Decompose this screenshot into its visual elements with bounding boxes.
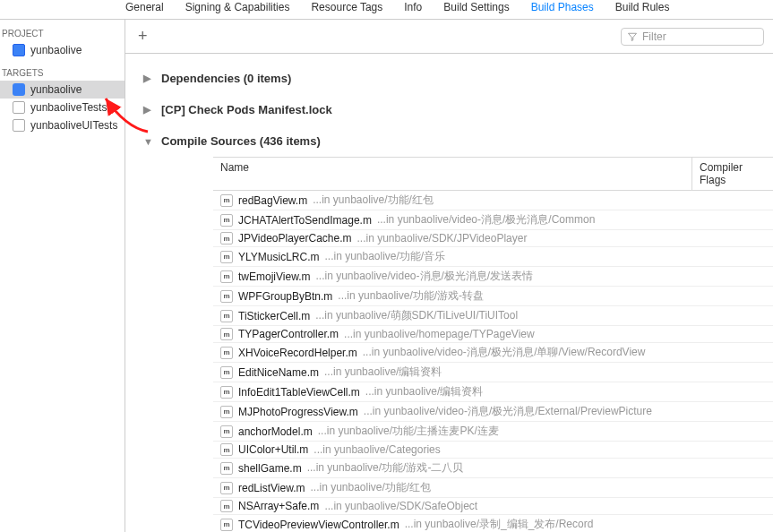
tab-build-rules[interactable]: Build Rules: [615, 1, 670, 13]
file-row[interactable]: mTYPagerController.m ...in yunbaolive/ho…: [213, 326, 773, 343]
file-name: YLYMusicLRC.m: [238, 251, 319, 263]
file-row[interactable]: mUIColor+Util.m ...in yunbaolive/Categor…: [213, 442, 773, 459]
file-row[interactable]: mWPFGroupByBtn.m ...in yunbaolive/功能/游戏-…: [213, 287, 773, 306]
tab-build-phases[interactable]: Build Phases: [531, 1, 594, 13]
filter-icon: [627, 31, 638, 42]
objc-file-icon: m: [220, 443, 233, 456]
objc-file-icon: m: [220, 310, 233, 322]
filter-placeholder: Filter: [642, 30, 666, 43]
file-path: ...in yunbaolive/功能/主播连麦PK/连麦: [318, 424, 499, 439]
file-name: TYPagerController.m: [238, 328, 339, 340]
filter-input[interactable]: Filter: [621, 28, 764, 46]
file-path: ...in yunbaolive/功能/游戏-转盘: [338, 288, 484, 304]
target-item-yunbaolive[interactable]: yunbaolive: [0, 81, 125, 99]
targets-section-label: TARGETS: [0, 64, 125, 81]
file-row[interactable]: mYLYMusicLRC.m ...in yunbaolive/功能/音乐: [213, 247, 773, 267]
objc-file-icon: m: [220, 251, 233, 263]
project-item[interactable]: yunbaolive: [0, 41, 125, 59]
file-path: ...in yunbaolive/功能/红包: [310, 480, 431, 495]
file-name: twEmojiView.m: [238, 270, 310, 283]
file-row[interactable]: mTCVideoPreviewViewController.m ...in yu…: [213, 515, 773, 532]
objc-file-icon: m: [220, 386, 233, 399]
file-row[interactable]: mJPVideoPlayerCache.m ...in yunbaolive/S…: [213, 230, 773, 247]
file-name: JCHATAlertToSendImage.m: [238, 214, 372, 227]
file-row[interactable]: mredListView.m ...in yunbaolive/功能/红包: [213, 478, 773, 498]
file-path: ...in yunbaolive/功能/红包: [313, 193, 434, 208]
file-row[interactable]: manchorModel.m ...in yunbaolive/功能/主播连麦P…: [213, 422, 773, 442]
project-section-label: PROJECT: [0, 25, 125, 41]
tab-general[interactable]: General: [125, 1, 164, 13]
file-row[interactable]: mNSArray+Safe.m ...in yunbaolive/SDK/Saf…: [213, 498, 773, 515]
file-row[interactable]: mJCHATAlertToSendImage.m ...in yunbaoliv…: [213, 210, 773, 230]
file-name: TCVideoPreviewViewController.m: [238, 519, 399, 531]
target-item-tests[interactable]: yunbaoliveTests: [0, 99, 125, 116]
tab-build-settings[interactable]: Build Settings: [443, 1, 509, 13]
target-label: yunbaoliveTests: [30, 101, 107, 114]
file-name: shellGame.m: [238, 462, 302, 475]
file-name: WPFGroupByBtn.m: [238, 290, 332, 303]
phase-compile-sources[interactable]: ▼ Compile Sources (436 items): [143, 125, 766, 157]
content-header: + Filter: [125, 20, 773, 54]
tab-info[interactable]: Info: [404, 1, 422, 13]
build-phases-list: ▶ Dependencies (0 items) ▶ [CP] Check Po…: [125, 54, 773, 157]
file-row[interactable]: mEditNiceName.m ...in yunbaolive/编辑资料: [213, 363, 773, 382]
file-name: MJPhotoProgressView.m: [238, 406, 358, 418]
file-path: ...in yunbaolive/功能/音乐: [324, 249, 445, 264]
objc-file-icon: m: [220, 500, 233, 512]
file-path: ...in yunbaolive/编辑资料: [324, 365, 442, 380]
file-path: ...in yunbaolive/萌颜SDK/TiLiveUI/TiUITool: [315, 308, 518, 323]
file-path: ...in yunbaolive/video-消息/极光消息/发送表情: [315, 269, 533, 284]
file-name: InfoEdit1TableViewCell.m: [238, 386, 360, 399]
chevron-down-icon: ▼: [143, 136, 154, 147]
tab-resource-tags[interactable]: Resource Tags: [311, 1, 382, 13]
phase-label: Compile Sources (436 items): [161, 134, 321, 148]
file-name: NSArray+Safe.m: [238, 500, 319, 512]
project-sidebar: PROJECT yunbaolive TARGETS yunbaolive yu…: [0, 20, 125, 532]
phase-dependencies[interactable]: ▶ Dependencies (0 items): [143, 63, 766, 94]
test-target-icon: [13, 119, 25, 132]
add-build-phase-button[interactable]: +: [134, 27, 151, 46]
column-name[interactable]: Name: [213, 158, 692, 190]
editor-tab-bar: General Signing & Capabilities Resource …: [0, 0, 773, 20]
file-path: ...in yunbaolive/homepage/TYPageView: [344, 328, 535, 340]
target-item-uitests[interactable]: yunbaoliveUITests: [0, 116, 125, 134]
target-label: yunbaolive: [30, 83, 82, 96]
file-path: ...in yunbaolive/编辑资料: [365, 384, 483, 399]
file-path: ...in yunbaolive/SDK/SafeObject: [324, 500, 477, 512]
target-label: yunbaoliveUITests: [30, 119, 117, 132]
objc-file-icon: m: [220, 462, 233, 475]
objc-file-icon: m: [220, 406, 233, 418]
objc-file-icon: m: [220, 519, 233, 531]
file-row[interactable]: mTiStickerCell.m ...in yunbaolive/萌颜SDK/…: [213, 306, 773, 326]
file-row[interactable]: mMJPhotoProgressView.m ...in yunbaolive/…: [213, 402, 773, 422]
file-path: ...in yunbaolive/video-消息/极光消息/External/…: [364, 404, 652, 419]
xcode-project-icon: [13, 44, 25, 56]
objc-file-icon: m: [220, 366, 233, 379]
objc-file-icon: m: [220, 328, 233, 340]
file-path: ...in yunbaolive/video-消息/极光消息/Common: [377, 212, 595, 227]
file-name: redListView.m: [238, 482, 305, 494]
file-name: UIColor+Util.m: [238, 443, 308, 456]
app-target-icon: [13, 83, 25, 96]
file-row[interactable]: mshellGame.m ...in yunbaolive/功能/游戏-二八贝: [213, 459, 773, 478]
objc-file-icon: m: [220, 290, 233, 303]
file-name: anchorModel.m: [238, 425, 313, 438]
file-path: ...in yunbaolive/Categories: [313, 443, 440, 456]
file-name: EditNiceName.m: [238, 366, 319, 379]
tab-signing[interactable]: Signing & Capabilities: [185, 1, 290, 13]
file-row[interactable]: mXHVoiceRecordHelper.m ...in yunbaolive/…: [213, 343, 773, 363]
chevron-right-icon: ▶: [143, 104, 154, 116]
file-row[interactable]: mInfoEdit1TableViewCell.m ...in yunbaoli…: [213, 382, 773, 402]
file-name: redBagView.m: [238, 194, 307, 207]
objc-file-icon: m: [220, 425, 233, 438]
file-row[interactable]: mtwEmojiView.m ...in yunbaolive/video-消息…: [213, 267, 773, 287]
objc-file-icon: m: [220, 482, 233, 494]
project-name: yunbaolive: [30, 44, 82, 56]
objc-file-icon: m: [220, 214, 233, 227]
file-row[interactable]: mredBagView.m ...in yunbaolive/功能/红包: [213, 191, 773, 210]
file-path: ...in yunbaolive/video-消息/极光消息/单聊/View/R…: [363, 345, 646, 360]
compile-sources-list: mredBagView.m ...in yunbaolive/功能/红包mJCH…: [213, 191, 773, 532]
phase-check-pods[interactable]: ▶ [CP] Check Pods Manifest.lock: [143, 94, 766, 125]
column-compiler-flags[interactable]: Compiler Flags: [692, 158, 773, 190]
compile-sources-header: Name Compiler Flags: [213, 157, 773, 191]
